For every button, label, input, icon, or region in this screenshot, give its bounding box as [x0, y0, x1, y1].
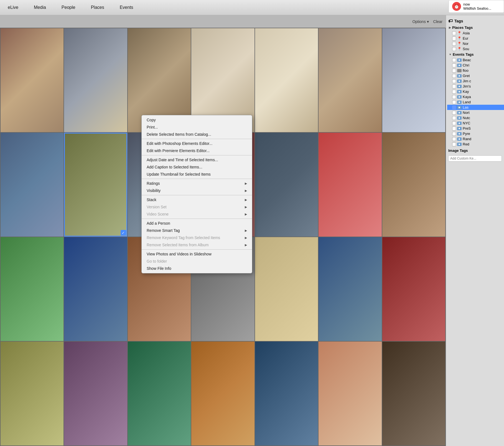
sidebar-item-jims[interactable]: ▣ Jim's [447, 84, 504, 89]
checkbox-sou[interactable] [452, 47, 456, 51]
photo-cell[interactable] [319, 342, 381, 445]
photo-cell[interactable] [128, 342, 191, 445]
sidebar-item-beac[interactable]: ▣ Beac [447, 57, 504, 63]
checkbox-kay[interactable] [452, 90, 456, 94]
sidebar-item-sou[interactable]: 📍 Sou [447, 46, 504, 52]
sidebar-item-rand[interactable]: ▣ Rand [447, 136, 504, 142]
checkbox-floo[interactable] [452, 69, 456, 73]
sidebar-item-red[interactable]: ▣ Red [447, 142, 504, 147]
context-menu-item-slideshow[interactable]: View Photos and Videos in Slideshow [142, 250, 252, 258]
menu-events[interactable]: Events [118, 4, 136, 11]
photo-cell[interactable] [382, 133, 445, 237]
sidebar-item-nor[interactable]: 📍 Nor [447, 41, 504, 46]
label-kaya: Kaya [463, 95, 471, 99]
checkbox-kaya[interactable] [452, 95, 456, 99]
label-jims: Jim's [463, 84, 471, 88]
photo-cell[interactable] [382, 237, 445, 341]
checkbox-asia[interactable] [452, 31, 456, 35]
sidebar-item-eur[interactable]: 📍 Eur [447, 36, 504, 41]
context-menu-item-remove-smart[interactable]: Remove Smart Tag▶ [142, 227, 252, 234]
checkbox-jimc[interactable] [452, 79, 456, 83]
context-menu-item-stack[interactable]: Stack▶ [142, 196, 252, 203]
checkbox-jims[interactable] [452, 84, 456, 88]
photo-cell[interactable] [191, 342, 254, 445]
sidebar-item-nort[interactable]: ▣ Nort [447, 110, 504, 115]
notification-popup[interactable]: ⏰ now Wildfish Seafoo... [449, 0, 504, 13]
events-tags-items: ▣ Beac ▣ Chri floo ▣ Gret [447, 57, 504, 147]
photo-cell[interactable] [255, 342, 318, 445]
photo-cell[interactable] [1, 133, 63, 237]
sidebar-item-asia[interactable]: 📍 Asia [447, 30, 504, 36]
event-icon-las: ▣ [457, 106, 462, 109]
checkbox-nort[interactable] [452, 111, 456, 115]
label-asia: Asia [463, 31, 470, 35]
checkbox-land[interactable] [452, 100, 456, 104]
context-menu-item-edit-ps[interactable]: Edit with Photoshop Elements Editor... [142, 140, 252, 147]
photo-cell[interactable] [64, 237, 127, 341]
checkbox-chri[interactable] [452, 63, 456, 67]
photo-cell[interactable] [255, 237, 318, 341]
menu-elive[interactable]: eLive [6, 4, 21, 11]
sidebar-item-kaya[interactable]: ▣ Kaya [447, 94, 504, 99]
sidebar-item-nutc[interactable]: ▣ Nutc [447, 115, 504, 121]
sidebar-item-pres[interactable]: ▣ PreS [447, 126, 504, 131]
label-pyre: Pyre [463, 132, 470, 136]
context-menu-item-edit-pr[interactable]: Edit with Premiere Elements Editor... [142, 147, 252, 154]
sidebar-item-chri[interactable]: ▣ Chri [447, 63, 504, 68]
menu-places[interactable]: Places [89, 4, 106, 11]
context-menu-item-copy[interactable]: Copy [142, 116, 252, 124]
context-menu-item-show-file-info[interactable]: Show File Info [142, 265, 252, 272]
checkbox-rand[interactable] [452, 137, 456, 141]
photo-cell[interactable] [319, 237, 381, 341]
checkbox-red[interactable] [452, 142, 456, 146]
context-menu-item-ratings[interactable]: Ratings▶ [142, 180, 252, 187]
photo-cell[interactable] [64, 28, 127, 132]
context-menu: CopyPrint...Delete Selected Items from C… [141, 115, 252, 273]
options-button[interactable]: Options ▾ [412, 19, 429, 24]
context-menu-item-update-thumb[interactable]: Update Thumbnail for Selected Items [142, 171, 252, 178]
photo-cell[interactable] [382, 342, 445, 445]
photo-cell[interactable] [1, 342, 63, 445]
sidebar-item-las[interactable]: ▣ Las [447, 105, 504, 110]
checkbox-pres[interactable] [452, 127, 456, 130]
menu-media[interactable]: Media [32, 4, 48, 11]
context-menu-item-visibility[interactable]: Visibility▶ [142, 187, 252, 194]
menu-people[interactable]: People [59, 4, 78, 11]
custom-keyword-input[interactable] [448, 155, 502, 162]
event-icon-jimc: ▣ [457, 80, 462, 83]
sidebar-item-floo[interactable]: floo [447, 68, 504, 73]
photo-cell[interactable] [255, 133, 318, 237]
event-icon-red: ▣ [457, 143, 462, 146]
photo-cell[interactable] [64, 342, 127, 445]
context-menu-item-add-caption[interactable]: Add Caption to Selected Items... [142, 163, 252, 171]
sidebar-item-gret[interactable]: ▣ Gret [447, 73, 504, 78]
photo-cell-selected[interactable]: ✓ [64, 133, 127, 237]
sidebar-item-land[interactable]: ▣ Land [447, 99, 504, 105]
checkbox-nor[interactable] [452, 42, 456, 46]
checkbox-nutc[interactable] [452, 116, 456, 120]
photo-cell[interactable] [319, 28, 381, 132]
sidebar-item-jimc[interactable]: ▣ Jim c [447, 78, 504, 84]
sidebar-item-pyre[interactable]: ▣ Pyre [447, 131, 504, 136]
context-menu-item-adjust-date[interactable]: Adjust Date and Time of Selected Items..… [142, 156, 252, 163]
photo-cell[interactable] [1, 28, 63, 132]
clear-button[interactable]: Clear [433, 19, 442, 24]
photo-cell[interactable] [382, 28, 445, 132]
events-tags-header[interactable]: ▼ Events Tags [447, 52, 504, 57]
photo-cell[interactable] [319, 133, 381, 237]
context-menu-item-add-person[interactable]: Add a Person [142, 220, 252, 227]
photo-cell[interactable] [1, 237, 63, 341]
checkbox-eur[interactable] [452, 37, 456, 40]
photo-cell[interactable] [255, 28, 318, 132]
checkbox-las[interactable] [452, 106, 456, 109]
context-menu-item-delete[interactable]: Delete Selected Items from Catalog... [142, 131, 252, 138]
context-menu-separator [142, 249, 252, 250]
checkbox-beac[interactable] [452, 58, 456, 62]
sidebar-item-kay[interactable]: ▣ Kay [447, 89, 504, 94]
places-tags-header[interactable]: ▶ Places Tags [447, 25, 504, 30]
sidebar-item-nyc[interactable]: ▣ NYC [447, 121, 504, 126]
context-menu-item-print[interactable]: Print... [142, 124, 252, 131]
checkbox-nyc[interactable] [452, 121, 456, 125]
checkbox-pyre[interactable] [452, 132, 456, 136]
checkbox-gret[interactable] [452, 74, 456, 78]
